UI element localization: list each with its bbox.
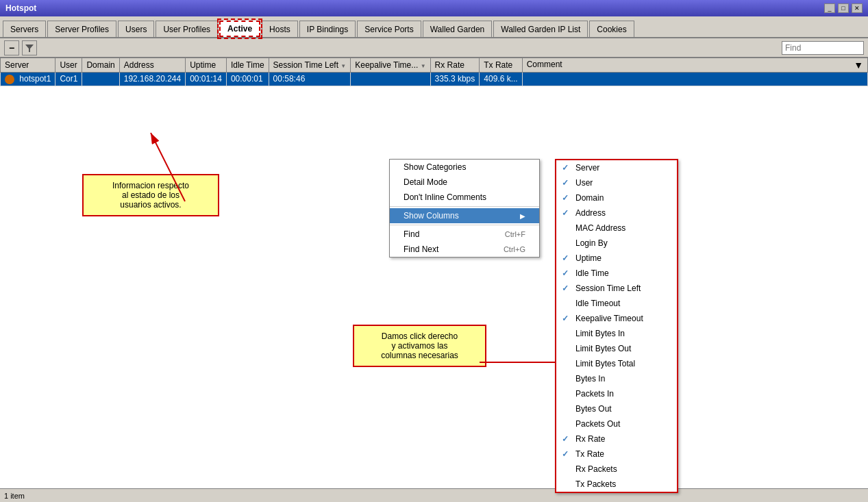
col-comment[interactable]: Comment ▼ [522, 58, 867, 73]
submenu-idle-time[interactable]: ✓ Idle Time [556, 266, 677, 281]
tab-user-profiles[interactable]: User Profiles [156, 21, 218, 37]
submenu-tx-packets[interactable]: ✓ Tx Packets [556, 477, 677, 492]
minimize-button[interactable]: _ [824, 3, 835, 13]
submenu-keepalive-timeout[interactable]: ✓ Keepalive Timeout [556, 311, 677, 326]
submenu-arrow-icon: ▶ [520, 212, 525, 220]
col-tx-rate[interactable]: Tx Rate [480, 58, 522, 73]
toolbar: − [0, 38, 868, 58]
context-menu: Show Categories Detail Mode Don't Inline… [389, 159, 540, 258]
filter-button[interactable] [22, 40, 37, 55]
check-idle-time: ✓ [562, 268, 569, 278]
tab-users[interactable]: Users [118, 21, 154, 37]
tab-service-ports[interactable]: Service Ports [357, 21, 421, 37]
cell-keepalive-time [351, 73, 430, 86]
active-table: Server User Domain Address Uptime Idle T… [0, 58, 868, 86]
col-session-time-left[interactable]: Session Time Left ▼ [269, 58, 351, 73]
cell-user: Cor1 [55, 73, 82, 86]
tab-walled-garden[interactable]: Walled Garden [423, 21, 493, 37]
minus-button[interactable]: − [4, 40, 19, 55]
window-controls: _ □ ✕ [824, 3, 863, 13]
menu-separator-1 [390, 206, 539, 207]
cell-rx-rate: 335.3 kbps [430, 73, 480, 86]
check-address: ✓ [562, 208, 569, 218]
find-box [782, 41, 864, 55]
submenu: ✓ Server ✓ User ✓ Domain ✓ Address ✓ MAC… [555, 159, 678, 493]
submenu-packets-in[interactable]: ✓ Packets In [556, 386, 677, 401]
check-server: ✓ [562, 163, 569, 173]
col-rx-rate[interactable]: Rx Rate [430, 58, 480, 73]
submenu-bytes-in[interactable]: ✓ Bytes In [556, 371, 677, 386]
menu-dont-inline-comments[interactable]: Don't Inline Comments [390, 190, 539, 205]
col-address[interactable]: Address [119, 58, 185, 73]
menu-separator-2 [390, 225, 539, 225]
sort-arrow-keepalive: ▼ [421, 63, 426, 69]
menu-show-categories[interactable]: Show Categories [390, 160, 539, 175]
check-rx-rate: ✓ [562, 434, 569, 444]
table-row[interactable]: hotspot1 Cor1 192.168.20.244 00:01:14 00… [1, 73, 868, 86]
submenu-idle-timeout[interactable]: ✓ Idle Timeout [556, 296, 677, 311]
cell-address: 192.168.20.244 [119, 73, 185, 86]
col-keepalive-time[interactable]: Keepalive Time... ▼ [351, 58, 430, 73]
cell-idle-time: 00:00:01 [226, 73, 269, 86]
submenu-session-time-left[interactable]: ✓ Session Time Left [556, 281, 677, 296]
check-domain: ✓ [562, 193, 569, 203]
menu-find[interactable]: Find Ctrl+F [390, 227, 539, 242]
menu-show-columns[interactable]: Show Columns ▶ [390, 208, 539, 223]
col-menu-btn[interactable]: ▼ [854, 60, 863, 71]
check-session-time-left: ✓ [562, 284, 569, 293]
check-tx-rate: ✓ [562, 449, 569, 459]
tab-hosts[interactable]: Hosts [262, 21, 298, 37]
row-icon [5, 75, 14, 84]
submenu-server[interactable]: ✓ Server [556, 160, 677, 175]
item-count: 1 item [4, 492, 25, 500]
tab-server-profiles[interactable]: Server Profiles [47, 21, 116, 37]
table-header-row: Server User Domain Address Uptime Idle T… [1, 58, 868, 73]
maximize-button[interactable]: □ [838, 3, 849, 13]
submenu-limit-bytes-total[interactable]: ✓ Limit Bytes Total [556, 356, 677, 371]
check-keepalive-timeout: ✓ [562, 314, 569, 323]
submenu-packets-out[interactable]: ✓ Packets Out [556, 416, 677, 431]
col-idle-time[interactable]: Idle Time [226, 58, 269, 73]
submenu-bytes-out[interactable]: ✓ Bytes Out [556, 401, 677, 416]
tab-cookies[interactable]: Cookies [589, 21, 634, 37]
submenu-rx-rate[interactable]: ✓ Rx Rate [556, 431, 677, 447]
submenu-domain[interactable]: ✓ Domain [556, 190, 677, 205]
submenu-limit-bytes-in[interactable]: ✓ Limit Bytes In [556, 326, 677, 341]
col-domain[interactable]: Domain [82, 58, 119, 73]
check-user: ✓ [562, 178, 569, 188]
tab-active[interactable]: Active [219, 21, 260, 37]
cell-session-time-left: 00:58:46 [269, 73, 351, 86]
tab-servers[interactable]: Servers [3, 21, 46, 37]
check-uptime: ✓ [562, 253, 569, 263]
cell-comment [522, 73, 867, 86]
svg-marker-0 [25, 45, 34, 52]
col-user[interactable]: User [55, 58, 82, 73]
find-input[interactable] [782, 41, 864, 55]
tab-bar: Servers Server Profiles Users User Profi… [0, 16, 868, 38]
submenu-limit-bytes-out[interactable]: ✓ Limit Bytes Out [556, 341, 677, 356]
submenu-tx-rate[interactable]: ✓ Tx Rate [556, 447, 677, 462]
cell-tx-rate: 409.6 k... [480, 73, 522, 86]
menu-find-next[interactable]: Find Next Ctrl+G [390, 242, 539, 257]
title-bar: Hotspot _ □ ✕ [0, 0, 868, 16]
submenu-mac-address[interactable]: ✓ MAC Address [556, 221, 677, 236]
submenu-login-by[interactable]: ✓ Login By [556, 236, 677, 251]
tab-walled-garden-ip-list[interactable]: Walled Garden IP List [493, 21, 588, 37]
col-uptime[interactable]: Uptime [186, 58, 227, 73]
submenu-rx-packets[interactable]: ✓ Rx Packets [556, 462, 677, 477]
annotation-box-2: Damos click derecho y activamos las colu… [353, 325, 486, 367]
window-title: Hotspot [5, 3, 36, 13]
submenu-user[interactable]: ✓ User [556, 175, 677, 190]
cell-domain [82, 73, 119, 86]
annotation-box-1: Informacion respecto al estado de los us… [82, 174, 219, 216]
submenu-address[interactable]: ✓ Address [556, 205, 677, 221]
col-server[interactable]: Server [1, 58, 55, 73]
sort-arrow-session: ▼ [340, 63, 346, 69]
menu-detail-mode[interactable]: Detail Mode [390, 175, 539, 190]
main-content: Server User Domain Address Uptime Idle T… [0, 58, 868, 502]
close-button[interactable]: ✕ [852, 3, 863, 13]
cell-server: hotspot1 [1, 73, 55, 86]
tab-ip-bindings[interactable]: IP Bindings [299, 21, 356, 37]
submenu-uptime[interactable]: ✓ Uptime [556, 251, 677, 266]
status-bar: 1 item [0, 488, 868, 502]
